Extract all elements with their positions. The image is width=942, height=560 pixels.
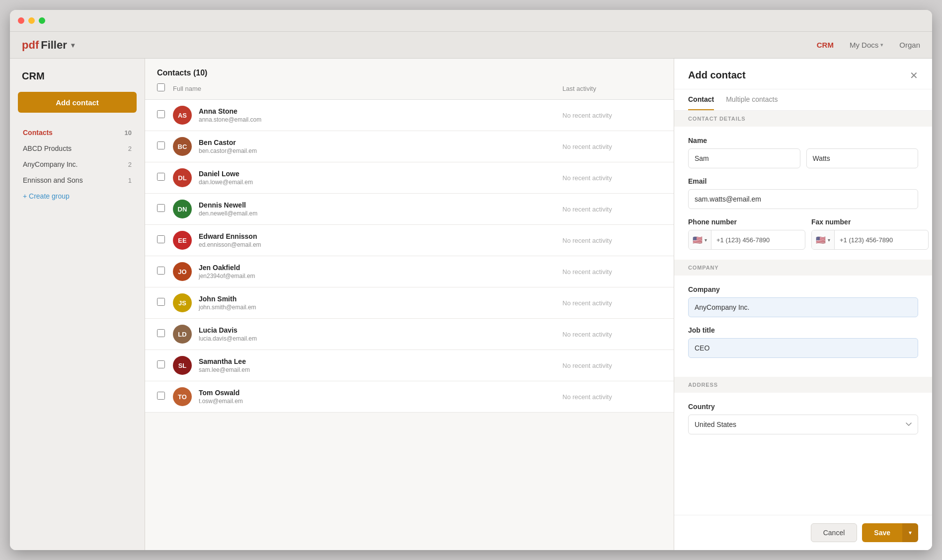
minimize-traffic-light[interactable] <box>28 17 35 24</box>
avatar: SL <box>173 356 192 375</box>
job-title-label: Job title <box>688 326 918 334</box>
job-title-input[interactable] <box>688 338 918 358</box>
section-contact-details-header: CONTACT DETAILS <box>674 111 932 127</box>
table-row: SL Samantha Lee sam.lee@email.em No rece… <box>145 350 674 381</box>
create-group-link[interactable]: + Create group <box>18 188 137 204</box>
select-all-checkbox[interactable] <box>157 83 165 91</box>
country-select[interactable]: United States Canada United Kingdom Aust… <box>688 415 918 434</box>
fax-us-flag-icon: 🇺🇸 <box>816 235 826 245</box>
contact-email: ed.ennisson@email.em <box>199 241 562 248</box>
first-name-input[interactable] <box>688 148 800 168</box>
contact-info: Jen Oakfield jen2394of@email.em <box>199 264 562 280</box>
row-checkbox-daniel-lowe[interactable] <box>157 173 165 181</box>
table-row: JS John Smith john.smith@email.em No rec… <box>145 287 674 319</box>
panel-body: CONTACT DETAILS Name Email <box>674 111 932 550</box>
save-dropdown-button[interactable]: ▾ <box>902 523 918 542</box>
fax-input[interactable] <box>835 236 928 244</box>
phone-flag-arrow-icon: ▾ <box>705 237 707 243</box>
table-row: DL Daniel Lowe dan.lowe@email.em No rece… <box>145 162 674 194</box>
tab-multiple-contacts[interactable]: Multiple contacts <box>726 89 778 110</box>
contact-info: Ben Castor ben.castor@email.em <box>199 139 562 154</box>
fax-label: Fax number <box>811 218 929 226</box>
close-panel-button[interactable]: ✕ <box>910 70 918 80</box>
row-checkbox-jen-oakfield[interactable] <box>157 267 165 275</box>
contact-activity: No recent activity <box>562 393 662 401</box>
contact-name: Anna Stone <box>199 107 562 115</box>
maximize-traffic-light[interactable] <box>39 17 45 24</box>
sidebar-item-contacts-label: Contacts <box>23 129 53 137</box>
form-group-job-title: Job title <box>688 326 918 358</box>
nav-crm[interactable]: CRM <box>817 41 834 49</box>
contacts-list-count: 10 <box>196 69 205 77</box>
row-checkbox-samantha-lee[interactable] <box>157 360 165 368</box>
panel-header: Add contact ✕ <box>674 59 932 89</box>
avatar: AS <box>173 106 192 125</box>
contact-name: Lucia Davis <box>199 326 562 334</box>
contact-info: Dennis Newell den.newell@email.em <box>199 201 562 217</box>
close-traffic-light[interactable] <box>18 17 24 24</box>
contact-info: Edward Ennisson ed.ennisson@email.em <box>199 232 562 248</box>
email-label: Email <box>688 177 918 185</box>
col-last-activity: Last activity <box>562 85 662 92</box>
last-name-input[interactable] <box>806 148 919 168</box>
contact-name: Daniel Lowe <box>199 170 562 178</box>
tab-contact[interactable]: Contact <box>688 89 714 110</box>
avatar: JS <box>173 293 192 312</box>
contact-info: John Smith john.smith@email.em <box>199 295 562 311</box>
section-address-header: ADDRESS <box>674 377 932 393</box>
contacts-list-title: Contacts <box>157 69 191 77</box>
row-checkbox-lucia-davis[interactable] <box>157 329 165 337</box>
contact-activity: No recent activity <box>562 268 662 276</box>
row-checkbox-tom-oswald[interactable] <box>157 392 165 400</box>
phone-group: Phone number 🇺🇸 ▾ <box>688 218 805 250</box>
fax-group: Fax number 🇺🇸 ▾ <box>811 218 929 250</box>
sidebar-title: CRM <box>18 70 137 82</box>
main-contacts-list: Contacts (10) Full name Last activity AS <box>145 59 674 550</box>
sidebar-item-contacts[interactable]: Contacts 10 <box>18 125 137 140</box>
nav-organ[interactable]: Organ <box>899 41 920 49</box>
panel-title: Add contact <box>688 70 746 81</box>
content-area: CRM Add contact Contacts 10 ABCD Product… <box>10 59 932 550</box>
logo-pdf: pdf <box>22 39 39 52</box>
add-contact-sidebar-button[interactable]: Add contact <box>18 92 137 113</box>
sidebar-item-ennisson[interactable]: Ennisson and Sons 1 <box>18 172 137 188</box>
row-checkbox-dennis-newell[interactable] <box>157 204 165 212</box>
fax-flag-selector[interactable]: 🇺🇸 ▾ <box>812 230 835 249</box>
sidebar-item-ennisson-badge: 1 <box>128 177 132 184</box>
nav-mydocs[interactable]: My Docs ▾ <box>850 41 883 49</box>
form-section-address: Country United States Canada United King… <box>674 393 932 453</box>
sidebar-item-anycompany[interactable]: AnyCompany Inc. 2 <box>18 156 137 172</box>
logo-chevron-icon[interactable]: ▾ <box>71 41 75 49</box>
fax-flag-arrow-icon: ▾ <box>828 237 830 243</box>
email-input[interactable] <box>688 189 918 209</box>
form-group-company: Company <box>688 285 918 317</box>
row-checkbox-john-smith[interactable] <box>157 298 165 306</box>
contact-info: Anna Stone anna.stone@email.com <box>199 107 562 123</box>
table-row: JO Jen Oakfield jen2394of@email.em No re… <box>145 256 674 287</box>
phone-input[interactable] <box>711 236 805 244</box>
contact-name: Ben Castor <box>199 139 562 146</box>
app-window: pdfFiller ▾ CRM My Docs ▾ Organ CRM Add … <box>10 10 932 550</box>
contact-activity: No recent activity <box>562 174 662 182</box>
row-checkbox-ben-castor[interactable] <box>157 141 165 149</box>
sidebar-item-anycompany-badge: 2 <box>128 161 132 168</box>
company-input[interactable] <box>688 297 918 317</box>
avatar: DL <box>173 168 192 187</box>
fax-input-wrapper: 🇺🇸 ▾ <box>811 230 929 250</box>
phone-fax-row: Phone number 🇺🇸 ▾ Fax <box>688 218 918 250</box>
contact-activity: No recent activity <box>562 237 662 244</box>
add-contact-panel: Add contact ✕ Contact Multiple contacts … <box>674 59 932 550</box>
sidebar-item-abcd-label: ABCD Products <box>23 144 72 152</box>
row-checkbox-edward-ennisson[interactable] <box>157 235 165 243</box>
sidebar-item-abcd[interactable]: ABCD Products 2 <box>18 140 137 156</box>
contact-name: Dennis Newell <box>199 201 562 209</box>
panel-footer: Cancel Save ▾ <box>674 515 932 550</box>
cancel-button[interactable]: Cancel <box>811 523 858 542</box>
table-header: Full name Last activity <box>145 77 674 100</box>
avatar: JO <box>173 262 192 281</box>
row-checkbox-anna-stone[interactable] <box>157 110 165 118</box>
sidebar-item-ennisson-label: Ennisson and Sons <box>23 176 83 184</box>
save-button[interactable]: Save <box>862 523 902 542</box>
app-body: pdfFiller ▾ CRM My Docs ▾ Organ CRM Add … <box>10 32 932 550</box>
phone-flag-selector[interactable]: 🇺🇸 ▾ <box>689 230 711 249</box>
